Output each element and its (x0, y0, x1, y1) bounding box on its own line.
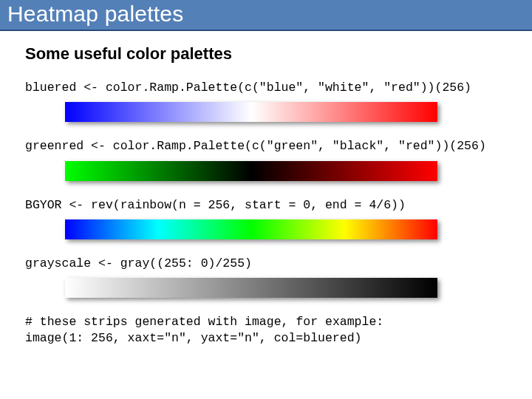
code-grayscale: grayscale <- gray((255: 0)/255) (25, 256, 507, 272)
footer-line2: image(1: 256, xaxt="n", yaxt="n", col=bl… (25, 331, 361, 345)
palette-strip-greenred (65, 161, 437, 181)
footer-line1-b: image (245, 315, 282, 329)
code-bluered: bluered <- color.Ramp.Palette(c("blue", … (25, 80, 507, 96)
code-bgyor: BGYOR <- rev(rainbow(n = 256, start = 0,… (25, 197, 507, 214)
slide-content: Some useful color palettes bluered <- co… (0, 31, 532, 355)
palette-strip-bgyor (65, 219, 437, 239)
slide-title: Heatmap palettes (7, 1, 525, 27)
strip-wrap (65, 278, 507, 298)
palette-strip-grayscale (65, 278, 437, 298)
slide: Heatmap palettes Some useful color palet… (0, 0, 532, 399)
palette-strip-bluered (65, 102, 437, 122)
code-greenred: greenred <- color.Ramp.Palette(c("green"… (25, 138, 507, 154)
strip-wrap (65, 161, 507, 181)
title-bar: Heatmap palettes (0, 0, 532, 31)
content-subtitle: Some useful color palettes (25, 44, 507, 64)
footer-line1-a: # these strips generated with (25, 315, 245, 329)
strip-wrap (65, 219, 507, 239)
footer-code: # these strips generated with image, for… (25, 314, 507, 347)
strip-wrap (65, 102, 507, 122)
footer-line1-c: , for example: (282, 315, 384, 329)
